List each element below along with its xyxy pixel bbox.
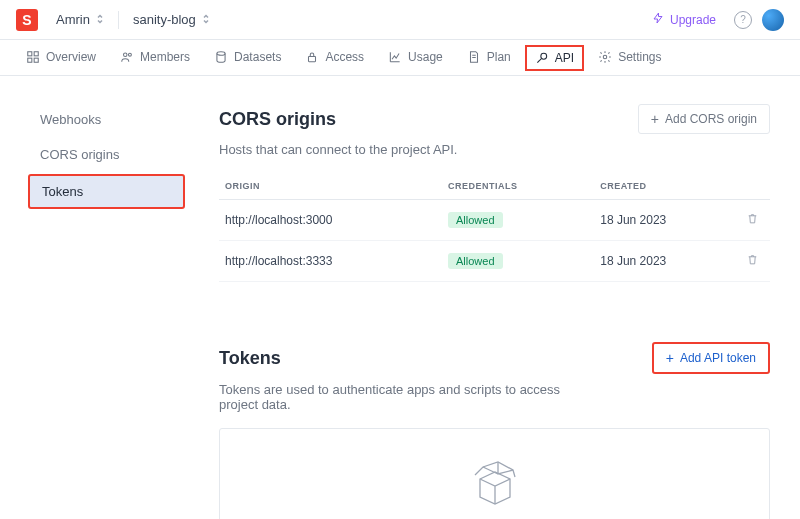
col-origin: ORIGIN [219, 173, 442, 200]
cors-subtitle: Hosts that can connect to the project AP… [219, 142, 770, 157]
tab-overview[interactable]: Overview [16, 40, 106, 76]
cors-title: CORS origins [219, 109, 336, 130]
api-icon [535, 51, 549, 65]
tab-usage[interactable]: Usage [378, 40, 453, 76]
table-row: http://localhost:3333 Allowed 18 Jun 202… [219, 241, 770, 282]
tab-members[interactable]: Members [110, 40, 200, 76]
cors-table: ORIGIN CREDENTIALS CREATED http://localh… [219, 173, 770, 282]
tab-label: Overview [46, 50, 96, 64]
tab-label: Usage [408, 50, 443, 64]
trash-icon[interactable] [746, 254, 759, 269]
plan-icon [467, 50, 481, 64]
usage-icon [388, 50, 402, 64]
tab-api[interactable]: API [525, 45, 584, 71]
svg-rect-7 [309, 56, 316, 61]
main-content: CORS origins + Add CORS origin Hosts tha… [195, 76, 800, 519]
upgrade-button[interactable]: Upgrade [644, 8, 724, 31]
user-crumb-label: Amrin [56, 12, 90, 27]
tab-datasets[interactable]: Datasets [204, 40, 291, 76]
tab-access[interactable]: Access [295, 40, 374, 76]
cell-origin: http://localhost:3333 [219, 241, 442, 282]
members-icon [120, 50, 134, 64]
tab-settings[interactable]: Settings [588, 40, 671, 76]
logo[interactable]: S [16, 9, 38, 31]
credentials-badge: Allowed [448, 212, 503, 228]
table-row: http://localhost:3000 Allowed 18 Jun 202… [219, 200, 770, 241]
svg-point-9 [603, 55, 607, 59]
user-crumb[interactable]: Amrin [48, 8, 112, 31]
svg-point-8 [541, 53, 547, 59]
sidebar-item-tokens[interactable]: Tokens [28, 174, 185, 209]
sidebar-item-webhooks[interactable]: Webhooks [28, 104, 195, 135]
tab-label: Members [140, 50, 190, 64]
access-icon [305, 50, 319, 64]
bolt-icon [652, 12, 664, 27]
add-token-button[interactable]: + Add API token [652, 342, 770, 374]
tab-label: API [555, 51, 574, 65]
tokens-subtitle: Tokens are used to authenticate apps and… [219, 382, 599, 412]
avatar[interactable] [762, 9, 784, 31]
settings-icon [598, 50, 612, 64]
project-crumb-label: sanity-blog [133, 12, 196, 27]
col-created: CREATED [594, 173, 740, 200]
cell-origin: http://localhost:3000 [219, 200, 442, 241]
sidebar-item-cors[interactable]: CORS origins [28, 139, 195, 170]
tab-plan[interactable]: Plan [457, 40, 521, 76]
add-cors-label: Add CORS origin [665, 112, 757, 126]
project-crumb[interactable]: sanity-blog [125, 8, 218, 31]
tab-label: Settings [618, 50, 661, 64]
sidebar: Webhooks CORS origins Tokens [0, 76, 195, 519]
help-icon[interactable]: ? [734, 11, 752, 29]
tokens-title: Tokens [219, 348, 281, 369]
svg-rect-0 [28, 51, 32, 55]
credentials-badge: Allowed [448, 253, 503, 269]
plus-icon: + [666, 351, 674, 365]
chevron-updown-icon [202, 13, 210, 27]
tokens-empty-state: There are no API tokens yet Maybe try cr… [219, 428, 770, 519]
svg-rect-1 [34, 51, 38, 55]
add-token-label: Add API token [680, 351, 756, 365]
cell-created: 18 Jun 2023 [594, 200, 740, 241]
tab-label: Datasets [234, 50, 281, 64]
svg-point-4 [124, 52, 128, 56]
trash-icon[interactable] [746, 213, 759, 228]
chevron-updown-icon [96, 13, 104, 27]
plus-icon: + [651, 112, 659, 126]
topbar: S Amrin sanity-blog Upgrade ? [0, 0, 800, 40]
tabs-nav: Overview Members Datasets Access Usage P… [0, 40, 800, 76]
svg-rect-2 [28, 58, 32, 62]
svg-rect-3 [34, 58, 38, 62]
upgrade-label: Upgrade [670, 13, 716, 27]
add-cors-button[interactable]: + Add CORS origin [638, 104, 770, 134]
overview-icon [26, 50, 40, 64]
tab-label: Plan [487, 50, 511, 64]
cell-created: 18 Jun 2023 [594, 241, 740, 282]
box-icon [465, 459, 525, 509]
tab-label: Access [325, 50, 364, 64]
col-credentials: CREDENTIALS [442, 173, 594, 200]
separator [118, 11, 119, 29]
svg-point-6 [217, 51, 225, 55]
svg-point-5 [128, 53, 131, 56]
datasets-icon [214, 50, 228, 64]
